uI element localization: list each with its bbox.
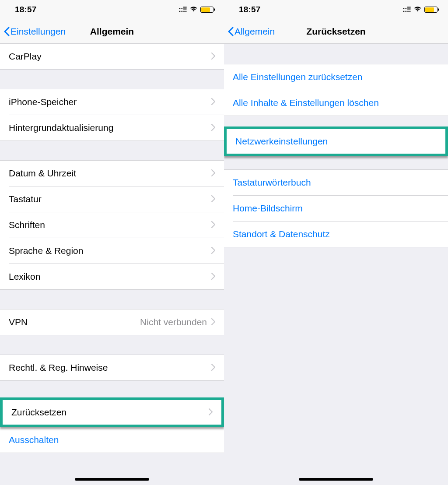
row-label: CarPlay (9, 51, 211, 62)
nav-bar: Einstellungen Allgemein (0, 19, 224, 44)
row-label: Schriften (9, 220, 211, 230)
chevron-right-icon (211, 220, 215, 230)
row-reset[interactable]: Zurücksetzen (3, 400, 221, 425)
chevron-right-icon (211, 246, 215, 256)
row-label: Hintergrundaktualisierung (9, 123, 211, 133)
home-indicator (75, 478, 149, 481)
nav-bar: Allgemein Zurücksetzen (224, 19, 448, 44)
status-time: 18:57 (239, 5, 261, 14)
row-label: Datum & Uhrzeit (9, 168, 211, 179)
chevron-left-icon (228, 27, 234, 36)
row-label: VPN (9, 317, 140, 327)
row-dictionary[interactable]: Lexikon (0, 264, 224, 289)
back-label: Allgemein (234, 26, 275, 37)
row-label: Alle Inhalte & Einstellungen löschen (233, 98, 439, 108)
row-keyboard-dictionary[interactable]: Tastaturwörterbuch (224, 170, 448, 195)
chevron-right-icon (211, 362, 215, 373)
row-label: Zurücksetzen (11, 407, 209, 418)
highlight-network: Netzwerkeinstellungen (224, 127, 448, 156)
row-language-region[interactable]: Sprache & Region (0, 238, 224, 264)
row-label: Ausschalten (9, 435, 215, 445)
back-label: Einstellungen (10, 26, 66, 37)
row-carplay[interactable]: CarPlay (0, 44, 224, 69)
row-label: Alle Einstellungen zurücksetzen (233, 72, 439, 82)
back-button[interactable]: Allgemein (224, 26, 275, 37)
row-background-refresh[interactable]: Hintergrundaktualisierung (0, 115, 224, 141)
row-label: Lexikon (9, 271, 211, 282)
row-value: Nicht verbunden (140, 317, 207, 327)
row-location-privacy[interactable]: Standort & Datenschutz (224, 221, 448, 247)
content: CarPlay iPhone-Speicher Hintergrundaktua… (0, 44, 224, 485)
battery-icon (424, 7, 438, 13)
chevron-right-icon (211, 97, 215, 107)
dual-sim-icon: ::!! (402, 5, 411, 14)
chevron-left-icon (4, 27, 10, 36)
row-home-screen[interactable]: Home-Bildschirm (224, 196, 448, 221)
phone-right: 18:57 ::!! Allgemein Zurücksetzen Alle (224, 0, 448, 485)
row-label: Tastaturwörterbuch (233, 177, 439, 188)
status-bar: 18:57 ::!! (224, 0, 448, 19)
home-indicator (299, 478, 373, 481)
highlight-reset: Zurücksetzen (0, 397, 224, 427)
status-indicators: ::!! (178, 5, 214, 14)
wifi-icon (413, 6, 422, 14)
row-date-time[interactable]: Datum & Uhrzeit (0, 161, 224, 186)
chevron-right-icon (211, 317, 215, 327)
dual-sim-icon: ::!! (178, 5, 187, 14)
chevron-right-icon (211, 271, 215, 282)
row-shutdown[interactable]: Ausschalten (0, 427, 224, 453)
row-label: Netzwerkeinstellungen (235, 136, 437, 147)
row-keyboard[interactable]: Tastatur (0, 186, 224, 212)
wifi-icon (189, 6, 198, 14)
row-reset-network[interactable]: Netzwerkeinstellungen (227, 129, 445, 154)
row-iphone-storage[interactable]: iPhone-Speicher (0, 89, 224, 115)
chevron-right-icon (211, 123, 215, 133)
chevron-right-icon (211, 194, 215, 204)
chevron-right-icon (209, 407, 213, 418)
row-erase-all[interactable]: Alle Inhalte & Einstellungen löschen (224, 90, 448, 116)
row-label: iPhone-Speicher (9, 97, 211, 107)
row-legal[interactable]: Rechtl. & Reg. Hinweise (0, 355, 224, 380)
content: Alle Einstellungen zurücksetzen Alle Inh… (224, 44, 448, 485)
battery-icon (200, 7, 214, 13)
row-fonts[interactable]: Schriften (0, 212, 224, 238)
chevron-right-icon (211, 168, 215, 179)
status-time: 18:57 (15, 5, 37, 14)
row-label: Home-Bildschirm (233, 203, 439, 214)
back-button[interactable]: Einstellungen (0, 26, 66, 37)
row-label: Sprache & Region (9, 246, 211, 256)
status-bar: 18:57 ::!! (0, 0, 224, 19)
status-indicators: ::!! (402, 5, 438, 14)
phone-left: 18:57 ::!! Einstellungen Allgemein CarPl… (0, 0, 224, 485)
row-label: Tastatur (9, 194, 211, 204)
row-vpn[interactable]: VPN Nicht verbunden (0, 309, 224, 335)
row-label: Standort & Datenschutz (233, 229, 439, 239)
row-label: Rechtl. & Reg. Hinweise (9, 362, 211, 373)
row-reset-all-settings[interactable]: Alle Einstellungen zurücksetzen (224, 64, 448, 90)
chevron-right-icon (211, 51, 215, 62)
